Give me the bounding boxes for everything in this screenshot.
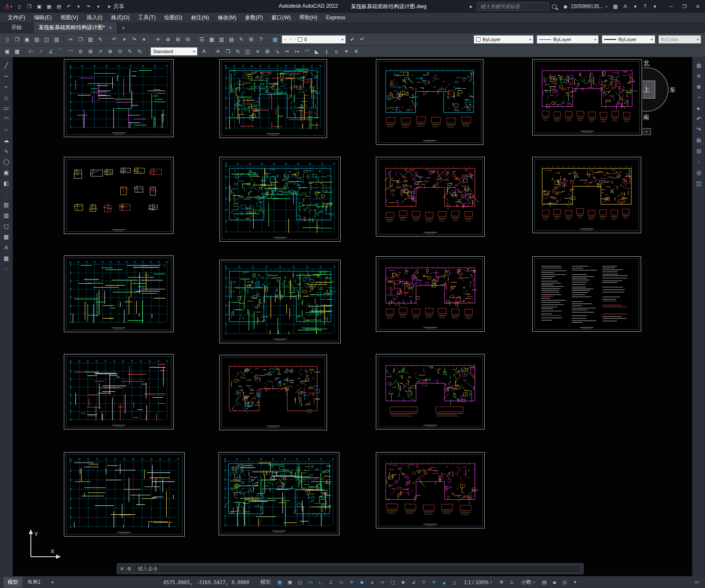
zoom-window-icon[interactable]: ⊞ [173, 35, 183, 44]
dim-update-icon[interactable]: ↻ [135, 47, 144, 56]
zoom-window-nav-icon[interactable]: ⊞ [694, 135, 704, 145]
menu-dimension[interactable]: 标注(N) [187, 13, 213, 23]
drawing-sheet-3[interactable] [375, 59, 484, 145]
tab-close-icon[interactable]: ✕ [109, 26, 112, 30]
center-mark-icon[interactable]: ⊙ [115, 47, 125, 56]
erase-icon[interactable]: ✕ [351, 47, 361, 56]
gradient-icon[interactable]: ▧ [2, 210, 11, 220]
camera-view-icon[interactable]: ◫ [694, 178, 704, 188]
menu-view[interactable]: 视图(V) [56, 13, 83, 23]
selection-filtering-icon[interactable]: ▽ [419, 578, 428, 587]
drawing-sheet-15[interactable] [375, 354, 485, 430]
drawing-tab[interactable]: 某筏板基础底框结构设计图* ✕ [33, 22, 117, 33]
insert-block-icon[interactable]: ▣ [3, 47, 12, 56]
quick-dimension-icon[interactable]: ⊞ [86, 47, 95, 56]
full-navigation-wheel-icon[interactable]: ◍ [694, 60, 704, 70]
object-color-combo[interactable]: ByLayer▾ [474, 35, 534, 44]
drawing-sheet-5[interactable] [63, 156, 174, 234]
new-layout-button[interactable]: ＋ [46, 577, 60, 588]
zoom-out-nav-icon[interactable]: ⊟ [694, 146, 704, 156]
quick-calc-icon[interactable]: ⊞ [246, 35, 256, 44]
drawing-sheet-6[interactable] [219, 156, 341, 242]
redo-dropdown-icon[interactable]: ▾ [139, 35, 149, 44]
dim-linear-icon[interactable]: ⊢ [27, 47, 36, 56]
drawing-sheet-9[interactable] [63, 255, 174, 333]
menu-format[interactable]: 格式(O) [107, 13, 134, 23]
markup-set-manager-icon[interactable]: ✎ [237, 35, 246, 44]
menu-edit[interactable]: 编辑(E) [30, 13, 56, 23]
drawing-sheet-18[interactable] [375, 452, 485, 529]
close-icon[interactable]: ✕ [691, 0, 704, 13]
object-snap-icon[interactable]: ◆ [357, 578, 366, 587]
drawing-sheet-12[interactable] [532, 256, 642, 332]
circle-icon[interactable]: ○ [2, 125, 11, 134]
undo-dropdown-icon[interactable]: ▾ [120, 35, 129, 44]
dim-angular-icon[interactable]: ∠ [46, 47, 56, 56]
ortho-mode-icon[interactable]: ∟ [316, 578, 325, 587]
dim-arc-length-icon[interactable]: ⌒ [56, 47, 66, 56]
grid-display-icon[interactable]: ▦ [275, 578, 284, 587]
undo-dropdown-icon[interactable]: ▾ [74, 2, 83, 11]
search-icon[interactable] [550, 2, 559, 11]
multileader-icon[interactable]: ↗ [96, 47, 105, 56]
minimize-icon[interactable]: ─ [665, 0, 678, 13]
ucs-icon[interactable]: Y X [22, 528, 62, 563]
region-icon[interactable]: ▢ [2, 221, 11, 231]
save-icon[interactable]: ▣ [34, 2, 44, 11]
save-icon[interactable]: ▣ [22, 35, 32, 44]
linetype-combo[interactable]: ByLayer▾ [537, 35, 599, 44]
drawing-sheet-10[interactable] [219, 259, 341, 344]
cut-icon[interactable]: ✂ [66, 35, 75, 44]
plot-preview-icon[interactable]: ◫ [42, 35, 51, 44]
dim-edit-icon[interactable]: ✎ [125, 47, 135, 56]
menu-modify[interactable]: 修改(M) [213, 13, 241, 23]
array-icon[interactable]: ⊞ [263, 47, 272, 56]
share-button[interactable]: ➤ 共享 [107, 3, 124, 10]
maximize-icon[interactable]: ❐ [678, 0, 691, 13]
publish-icon[interactable]: ▥ [52, 35, 61, 44]
offset-icon[interactable]: ≡ [253, 47, 262, 56]
plot-icon[interactable]: ▤ [32, 35, 42, 44]
trim-icon[interactable]: ✂ [282, 47, 292, 56]
pan-hand-icon[interactable]: ✛ [694, 71, 704, 81]
3d-object-snap-icon[interactable]: ◈ [398, 578, 408, 587]
account-menu[interactable]: ☻ 1505999135... ▾ [563, 3, 607, 10]
isolate-objects-icon[interactable]: ◎ [560, 578, 570, 587]
menu-insert[interactable]: 插入(I) [82, 13, 107, 23]
open-file-icon[interactable]: ❐ [12, 35, 22, 44]
tolerance-icon[interactable]: ⊕ [105, 47, 115, 56]
model-space-button[interactable]: 模型 [257, 579, 274, 586]
drawing-sheet-1[interactable] [63, 59, 174, 138]
drawing-sheet-7[interactable] [375, 156, 485, 237]
extend-icon[interactable]: ↦ [292, 47, 302, 56]
command-line[interactable]: ✕ ⚙ 键入命令 [117, 563, 584, 574]
make-block-icon[interactable]: ◧ [2, 178, 11, 188]
paste-icon[interactable]: ▨ [86, 35, 95, 44]
drawing-canvas[interactable]: 上 北 东 南 WCS ▾ Y X [13, 57, 692, 576]
autoscale-icon[interactable]: △ [450, 578, 459, 587]
constrained-orbit-icon[interactable]: ◎ [694, 168, 704, 177]
search-input[interactable]: 键入关键字或短语 [477, 2, 549, 11]
search-collapse-icon[interactable]: ▸ [467, 2, 476, 11]
graphics-performance-icon[interactable]: ✦ [570, 578, 580, 587]
dynamic-ucs-icon[interactable]: ⊿ [408, 578, 418, 587]
line-icon[interactable]: ╱ [2, 60, 11, 70]
orbit-icon[interactable]: ◔ [694, 93, 704, 102]
polygon-icon[interactable]: ◇ [2, 93, 11, 102]
selection-cycling-icon[interactable]: ▢ [388, 578, 397, 587]
menu-tools[interactable]: 工具(T) [134, 13, 160, 23]
drawing-sheet-11[interactable] [375, 256, 485, 332]
text-style-icon[interactable]: A [199, 47, 209, 56]
match-properties-icon[interactable]: ✎ [96, 35, 105, 44]
drawing-sheet-4[interactable] [532, 59, 642, 136]
autodesk-app-dropdown-icon[interactable]: ▾ [630, 2, 640, 11]
drawing-sheet-16[interactable] [63, 452, 185, 537]
new-file-icon[interactable]: ▯ [15, 2, 24, 11]
redo-dropdown-icon[interactable]: ▾ [93, 2, 103, 11]
insert-block-icon[interactable]: ▣ [2, 168, 11, 177]
lineweight-combo[interactable]: ByLayer▾ [602, 35, 655, 44]
menu-draw[interactable]: 绘图(D) [160, 13, 186, 23]
attach-reference-icon[interactable]: ▩ [12, 47, 22, 56]
command-input[interactable]: 键入命令 [134, 565, 580, 573]
menu-file[interactable]: 文件(F) [3, 13, 30, 23]
